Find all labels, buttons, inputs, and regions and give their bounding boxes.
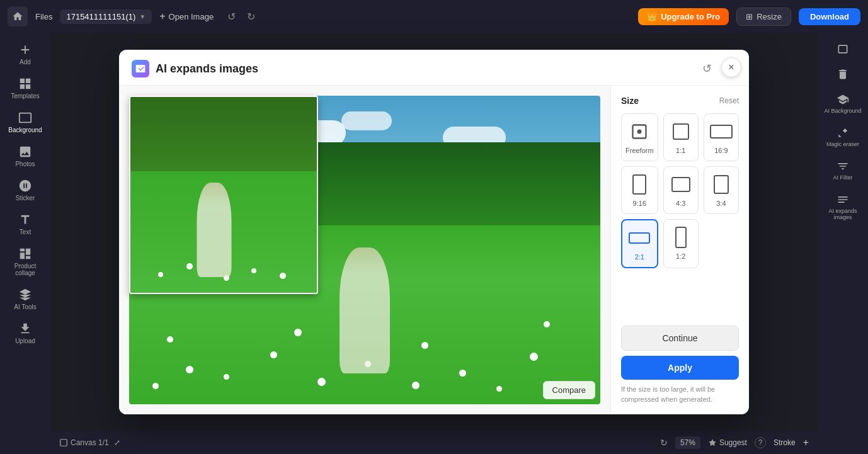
download-button[interactable]: Download [799,8,860,25]
size-label-16-9: 16:9 [714,147,728,154]
right-resize-icon[interactable] [821,38,864,60]
portrait-icon [632,174,646,195]
modal-header: AI expands images ↺ ↻ × [119,50,749,86]
canvas-footer-left: Canvas 1/1 ⤢ [59,438,120,447]
size-grid: Freeform 1:1 16:9 [621,113,739,268]
compare-button[interactable]: Compare [543,381,595,399]
modal-title: AI expands images [156,62,692,76]
sidebar-item-ai-tools[interactable]: AI Tools [4,283,47,315]
ai-expands-modal: AI expands images ↺ ↻ × [119,50,749,414]
sidebar-item-text[interactable]: Text [4,208,47,241]
size-option-1-1[interactable]: 1:1 [663,113,699,161]
size-label-9-16: 9:16 [633,200,646,207]
modal-backdrop: AI expands images ↺ ↻ × [50,33,818,431]
modal-right-panel: Size Reset Freeform [610,86,749,414]
stroke-label[interactable]: Stroke [774,438,796,447]
12-icon [675,227,687,248]
modal-header-icon [132,60,149,77]
modal-preview-area: Compare [119,86,610,414]
upgrade-button[interactable]: 👑 Upgrade to Pro [638,8,729,25]
size-option-4-3[interactable]: 4:3 [663,166,699,214]
suggest-button[interactable]: Suggest [708,438,747,447]
right-ai-bg-icon[interactable]: AI Background [821,88,864,119]
continue-button[interactable]: Continue [621,326,739,351]
canvas-footer: Canvas 1/1 ⤢ ↻ 57% Suggest ? Stroke + [50,431,818,454]
43-icon [671,177,690,192]
reset-button[interactable]: Reset [719,96,739,105]
preview-canvas: Compare [129,96,600,404]
zoom-level[interactable]: 57% [675,436,700,449]
topbar: Files 1715411111151(1) ▼ Open Image ↺ ↻ … [0,0,868,33]
crown-icon: 👑 [647,12,657,21]
svg-rect-2 [60,440,67,446]
original-image [129,96,318,294]
history-buttons: ↺ ↻ [224,8,259,25]
right-magic-eraser-icon[interactable]: Magic eraser [821,122,864,152]
modal-undo-button[interactable]: ↺ [699,60,716,77]
size-label-1-2: 1:2 [676,253,685,260]
size-option-9-16[interactable]: 9:16 [621,166,658,214]
square-icon [673,123,689,140]
sidebar-item-photos[interactable]: Photos [4,140,47,173]
add-stroke-button[interactable]: + [803,437,809,448]
sidebar-item-product-collage[interactable]: Product collage [4,242,47,281]
sidebar-item-add[interactable]: Add [4,38,47,71]
sidebar-item-upload[interactable]: Upload [4,317,47,349]
canvas-label: Canvas 1/1 [59,438,109,447]
svg-point-1 [638,130,641,133]
size-option-16-9[interactable]: 16:9 [704,113,739,161]
resize-icon: ⊞ [746,12,753,21]
right-ai-expands-icon[interactable]: AI expands images [821,188,864,225]
size-label-2-1: 2:1 [635,253,644,261]
help-icon[interactable]: ? [755,437,766,448]
size-option-1-2[interactable]: 1:2 [663,219,699,268]
landscape-icon [710,125,733,139]
expand-canvas-icon[interactable]: ⤢ [114,438,120,447]
panel-header: Size Reset [621,96,739,106]
undo-button[interactable]: ↺ [224,8,239,25]
home-button[interactable] [8,6,28,26]
size-option-2-1[interactable]: 2:1 [621,219,658,268]
apply-button[interactable]: Apply [621,356,739,380]
size-label-3-4: 3:4 [716,200,726,207]
right-panel: AI Background Magic eraser AI Filter AI … [818,33,868,454]
right-ai-filter-icon[interactable]: AI Filter [821,155,864,186]
21-icon [629,232,650,244]
modal-close-button[interactable]: × [721,57,741,77]
size-label-4-3: 4:3 [676,200,685,207]
34-icon [714,175,729,194]
sidebar-item-templates[interactable]: Templates [4,72,47,105]
redo-button[interactable]: ↻ [243,8,259,25]
panel-title: Size [621,96,639,106]
left-sidebar: Add Templates Background Photos Sticker … [0,33,50,454]
size-option-3-4[interactable]: 3:4 [704,166,739,214]
size-label-freeform: Freeform [625,147,654,154]
files-label[interactable]: Files [35,12,52,21]
open-image-button[interactable]: Open Image [159,11,214,22]
panel-note: If the size is too large, it will be com… [621,385,739,404]
size-option-freeform[interactable]: Freeform [621,113,658,161]
refresh-icon[interactable]: ↻ [660,438,668,448]
panel-buttons: Continue Apply If the size is too large,… [621,326,739,404]
right-delete-icon[interactable] [821,63,864,86]
filename-display[interactable]: 1715411111151(1) ▼ [60,9,152,24]
sidebar-item-background[interactable]: Background [4,106,47,139]
canvas-footer-right: ↻ 57% Suggest ? Stroke + [660,436,809,449]
modal-body: Compare Size Reset Freeform [119,86,749,414]
resize-button[interactable]: ⊞ Resize [736,8,791,26]
sidebar-item-sticker[interactable]: Sticker [4,174,47,207]
size-label-1-1: 1:1 [676,147,685,154]
